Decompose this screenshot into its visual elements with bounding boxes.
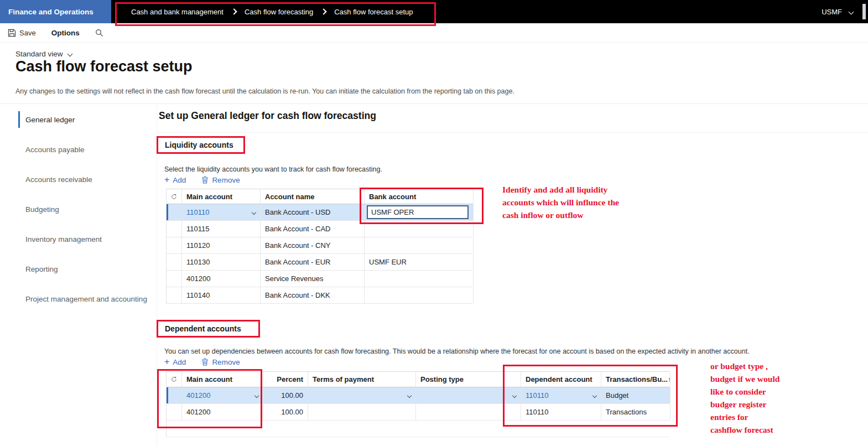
table-header: Main account Account name Bank account — [167, 189, 473, 204]
add-button[interactable]: + Add — [164, 175, 186, 184]
row-selector-cell[interactable] — [167, 237, 182, 253]
add-label: Add — [173, 358, 186, 366]
row-selector-cell[interactable] — [167, 387, 182, 403]
chevron-right-icon — [231, 8, 237, 14]
row-selector-cell[interactable] — [167, 221, 182, 237]
main-account-cell[interactable]: 110120 — [182, 237, 261, 253]
options-menu[interactable]: Options — [51, 29, 80, 37]
dependent-account-cell[interactable]: 110110 — [521, 387, 601, 403]
company-label: USMF — [822, 8, 842, 16]
chevron-down-icon — [254, 393, 259, 397]
bank-account-cell[interactable] — [365, 271, 474, 287]
bank-account-cell[interactable]: USMF EUR — [365, 254, 474, 270]
refresh-icon[interactable] — [167, 372, 182, 387]
remove-label: Remove — [212, 358, 240, 366]
column-header-dependent-account[interactable]: Dependent account — [521, 372, 601, 387]
search-icon[interactable] — [95, 29, 103, 37]
main-account-cell[interactable]: 110110 — [182, 204, 261, 220]
table-row[interactable]: 110130 Bank Account - EUR USMF EUR — [167, 254, 473, 271]
liquidity-accounts-table: Main account Account name Bank account 1… — [166, 189, 473, 304]
main-account-cell[interactable]: 110130 — [182, 254, 261, 270]
column-header-bank-account[interactable]: Bank account — [365, 189, 474, 204]
percent-cell[interactable]: 100.00 — [263, 387, 308, 403]
column-header-transactions-budget[interactable]: Transactions/Bu... ↑ — [601, 372, 671, 387]
row-selector-cell[interactable] — [167, 204, 182, 220]
sidebar-item-inventory-management[interactable]: Inventory management — [0, 224, 157, 253]
refresh-icon[interactable] — [167, 189, 182, 204]
bank-account-cell[interactable] — [365, 221, 474, 237]
bank-account-cell[interactable] — [365, 237, 474, 253]
annotation-line: accounts which will influnce the — [502, 196, 619, 209]
table-row[interactable]: 110115 Bank Account - CAD — [167, 221, 473, 237]
annotation-line: cash inflow or outflow — [502, 209, 619, 221]
bank-account-input[interactable] — [367, 205, 469, 219]
chevron-down-icon — [512, 393, 517, 397]
sidebar-item-general-ledger[interactable]: General ledger — [0, 104, 157, 134]
sidebar-item-accounts-payable[interactable]: Accounts payable — [0, 134, 157, 164]
trash-icon — [201, 358, 209, 366]
main-account-cell[interactable]: 110140 — [182, 287, 261, 303]
add-label: Add — [173, 176, 186, 184]
dependent-account-cell[interactable]: 110110 — [521, 404, 601, 420]
sidebar-item-project-management[interactable]: Project management and accounting — [0, 283, 157, 313]
sidebar-item-reporting[interactable]: Reporting — [0, 253, 157, 283]
breadcrumb-item-cash-and-bank[interactable]: Cash and bank management — [131, 8, 224, 16]
column-header-main-account[interactable]: Main account — [182, 189, 261, 204]
annotation-line: budget if we would — [710, 372, 779, 385]
annotation-line: Identify and add all liquidity — [502, 183, 619, 196]
transactions-budget-cell[interactable]: Transactions — [601, 404, 671, 420]
column-header-main-account[interactable]: Main account — [182, 372, 263, 387]
dependent-accounts-table: Main account Percent Terms of payment Po… — [166, 371, 670, 437]
app-name[interactable]: Finance and Operations — [0, 0, 111, 23]
company-picker[interactable]: USMF — [822, 4, 868, 19]
view-selector[interactable]: Standard view — [15, 50, 72, 58]
main-account-cell[interactable]: 401200 — [182, 387, 263, 403]
row-selector-cell[interactable] — [167, 271, 182, 287]
bank-account-cell[interactable] — [365, 204, 474, 220]
empty-table-row[interactable] — [167, 421, 670, 437]
account-name-cell: Bank Account - DKK — [261, 287, 365, 303]
main-account-cell[interactable]: 401200 — [182, 404, 263, 420]
plus-icon: + — [164, 357, 169, 366]
breadcrumb-item-cash-flow-forecast-setup[interactable]: Cash flow forecast setup — [334, 8, 413, 16]
table-row[interactable]: 110140 Bank Account - DKK — [167, 287, 473, 304]
percent-cell[interactable]: 100.00 — [263, 404, 308, 420]
sidebar-item-accounts-receivable[interactable]: Accounts receivable — [0, 164, 157, 194]
table-row[interactable]: 401200 Service Revenues — [167, 271, 473, 287]
page-title: Cash flow forecast setup — [15, 58, 193, 75]
breadcrumb: Cash and bank management Cash flow forec… — [131, 8, 413, 16]
table-row[interactable]: 401200 100.00 110110 Transactions — [167, 404, 670, 421]
sidebar-item-budgeting[interactable]: Budgeting — [0, 194, 157, 224]
chevron-down-icon — [252, 210, 256, 214]
remove-button[interactable]: Remove — [201, 176, 240, 184]
terms-of-payment-cell[interactable] — [308, 404, 416, 420]
column-header-terms-of-payment[interactable]: Terms of payment — [308, 372, 416, 387]
dependent-actions: + Add Remove — [164, 357, 240, 366]
remove-button[interactable]: Remove — [201, 358, 240, 366]
account-name-cell: Bank Account - CAD — [261, 221, 365, 237]
column-header-account-name[interactable]: Account name — [261, 189, 365, 204]
column-header-percent[interactable]: Percent — [263, 372, 308, 387]
posting-type-cell[interactable] — [416, 404, 521, 420]
main-account-cell[interactable]: 110115 — [182, 221, 261, 237]
main-account-cell[interactable]: 401200 — [182, 271, 261, 287]
save-button[interactable]: Save — [8, 29, 36, 37]
transactions-budget-cell[interactable]: Budget — [601, 387, 671, 403]
dependent-account-value: 110110 — [526, 391, 548, 400]
breadcrumb-item-cash-flow-forecasting[interactable]: Cash flow forecasting — [245, 8, 313, 16]
row-selector-cell[interactable] — [167, 254, 182, 270]
top-navigation-bar: Finance and Operations Cash and bank man… — [0, 0, 868, 23]
table-row[interactable]: 401200 100.00 110110 Budget — [167, 387, 670, 404]
table-row[interactable]: 110110 Bank Account - USD — [167, 204, 473, 221]
liquidity-description: Select the liquidity accounts you want t… — [164, 165, 382, 173]
bank-account-cell[interactable] — [365, 287, 474, 303]
table-row[interactable]: 110120 Bank Account - CNY — [167, 237, 473, 254]
divider — [157, 104, 157, 446]
column-header-posting-type[interactable]: Posting type — [416, 372, 521, 387]
terms-of-payment-cell[interactable] — [308, 387, 416, 403]
add-button[interactable]: + Add — [164, 357, 186, 366]
row-selector-cell[interactable] — [167, 404, 182, 420]
account-name-cell: Bank Account - USD — [261, 204, 365, 220]
posting-type-cell[interactable] — [416, 387, 521, 403]
row-selector-cell[interactable] — [167, 287, 182, 303]
